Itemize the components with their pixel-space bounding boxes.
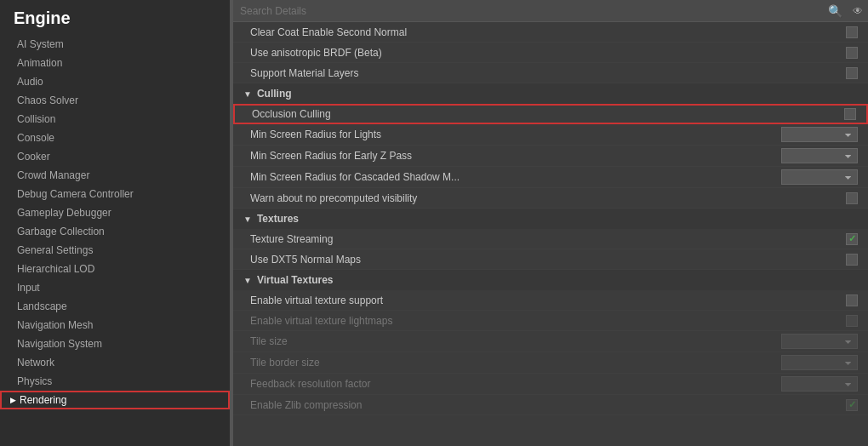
sidebar-item-physics[interactable]: Physics bbox=[0, 372, 230, 391]
setting-row-tile-size: Tile size 128 ⏷ bbox=[233, 331, 868, 352]
sidebar-item-navigation-mesh[interactable]: Navigation Mesh bbox=[0, 316, 230, 334]
tile-size-field[interactable]: 128 ⏷ bbox=[781, 334, 858, 349]
sidebar-item-audio[interactable]: Audio bbox=[0, 72, 230, 91]
min-screen-radius-earlyz-input[interactable]: 0.03 bbox=[782, 149, 842, 163]
texture-streaming-label: Texture Streaming bbox=[250, 233, 846, 245]
min-screen-radius-lights-field[interactable]: 0.03 ⏷ bbox=[781, 127, 858, 142]
setting-row-texture-streaming: Texture Streaming bbox=[233, 229, 868, 249]
culling-expand-icon: ▼ bbox=[243, 89, 252, 99]
main-content: 🔍 👁 Clear Coat Enable Second Normal Use … bbox=[233, 0, 868, 446]
setting-row-dxt5-normal: Use DXT5 Normal Maps bbox=[233, 249, 868, 270]
min-screen-radius-cascaded-input[interactable]: 0.01 bbox=[782, 170, 842, 184]
tile-border-size-label: Tile border size bbox=[250, 357, 781, 369]
setting-row-anisotropic: Use anisotropic BRDF (Beta) bbox=[233, 43, 868, 63]
setting-row-enable-virtual-texture: Enable virtual texture support bbox=[233, 290, 868, 311]
min-screen-radius-earlyz-label: Min Screen Radius for Early Z Pass bbox=[250, 150, 781, 162]
setting-row-enable-zlib: Enable Zlib compression bbox=[233, 395, 868, 415]
enable-virtual-texture-label: Enable virtual texture support bbox=[250, 294, 846, 306]
min-screen-radius-lights-input[interactable]: 0.03 bbox=[782, 128, 842, 141]
anisotropic-checkbox[interactable] bbox=[846, 47, 858, 59]
sidebar-item-hierarchical-lod[interactable]: Hierarchical LOD bbox=[0, 260, 230, 278]
culling-section-header[interactable]: ▼ Culling bbox=[233, 83, 868, 104]
virtual-textures-section-header[interactable]: ▼ Virtual Textures bbox=[233, 270, 868, 290]
virtual-textures-expand-icon: ▼ bbox=[243, 276, 252, 285]
settings-panel: Clear Coat Enable Second Normal Use anis… bbox=[233, 22, 868, 446]
sidebar-item-debug-camera-controller[interactable]: Debug Camera Controller bbox=[0, 185, 230, 203]
virtual-textures-header-label: Virtual Textures bbox=[257, 274, 334, 286]
texture-streaming-checkbox[interactable] bbox=[846, 233, 858, 245]
min-screen-radius-lights-arrow[interactable]: ⏷ bbox=[842, 130, 855, 140]
tile-size-label: Tile size bbox=[250, 335, 781, 347]
setting-row-enable-virtual-lightmaps: Enable virtual texture lightmaps bbox=[233, 311, 868, 331]
enable-zlib-checkbox[interactable] bbox=[846, 399, 858, 411]
warn-precomputed-label: Warn about no precomputed visibility bbox=[250, 192, 846, 204]
setting-row-min-screen-radius-lights: Min Screen Radius for Lights 0.03 ⏷ bbox=[233, 124, 868, 146]
search-input[interactable] bbox=[233, 0, 823, 21]
setting-row-min-screen-radius-cascaded: Min Screen Radius for Cascaded Shadow M.… bbox=[233, 167, 868, 188]
sidebar-item-landscape[interactable]: Landscape bbox=[0, 297, 230, 316]
dxt5-normal-checkbox[interactable] bbox=[846, 254, 858, 266]
feedback-resolution-label: Feedback resolution factor bbox=[250, 378, 781, 390]
sidebar-item-input[interactable]: Input bbox=[0, 278, 230, 297]
sidebar-item-cooker[interactable]: Cooker bbox=[0, 147, 230, 166]
setting-row-tile-border-size: Tile border size 4 ⏷ bbox=[233, 352, 868, 374]
textures-header-label: Textures bbox=[257, 213, 299, 225]
enable-virtual-lightmaps-label: Enable virtual texture lightmaps bbox=[250, 315, 846, 327]
tile-border-size-input[interactable]: 4 bbox=[782, 356, 842, 369]
tile-border-size-field[interactable]: 4 ⏷ bbox=[781, 355, 858, 370]
setting-row-occlusion-culling: Occlusion Culling bbox=[233, 104, 868, 124]
min-screen-radius-cascaded-field[interactable]: 0.01 ⏷ bbox=[781, 169, 858, 185]
sidebar-item-console[interactable]: Console bbox=[0, 129, 230, 147]
sidebar-item-rendering-label: Rendering bbox=[20, 394, 66, 406]
sidebar-item-network[interactable]: Network bbox=[0, 353, 230, 372]
min-screen-radius-lights-label: Min Screen Radius for Lights bbox=[250, 129, 781, 140]
search-icon: 🔍 bbox=[823, 4, 848, 18]
sidebar-item-chaos-solver[interactable]: Chaos Solver bbox=[0, 91, 230, 110]
sidebar-item-collision[interactable]: Collision bbox=[0, 110, 230, 129]
material-layers-checkbox[interactable] bbox=[846, 67, 858, 79]
tile-border-size-arrow[interactable]: ⏷ bbox=[842, 358, 855, 368]
sidebar-item-garbage-collection[interactable]: Garbage Collection bbox=[0, 222, 230, 241]
textures-expand-icon: ▼ bbox=[243, 214, 252, 224]
clear-coat-checkbox[interactable] bbox=[846, 26, 858, 38]
occlusion-culling-checkbox[interactable] bbox=[844, 108, 856, 120]
setting-row-clear-coat: Clear Coat Enable Second Normal bbox=[233, 22, 868, 43]
sidebar-item-rendering[interactable]: ▶ Rendering bbox=[0, 391, 230, 409]
setting-row-material-layers: Support Material Layers bbox=[233, 63, 868, 83]
sidebar-item-ai-system[interactable]: AI System bbox=[0, 35, 230, 54]
anisotropic-label: Use anisotropic BRDF (Beta) bbox=[250, 47, 846, 59]
tile-size-arrow[interactable]: ⏷ bbox=[842, 337, 855, 346]
min-screen-radius-earlyz-field[interactable]: 0.03 ⏷ bbox=[781, 148, 858, 163]
feedback-resolution-arrow[interactable]: ⏷ bbox=[842, 380, 855, 389]
min-screen-radius-cascaded-arrow[interactable]: ⏷ bbox=[842, 173, 855, 182]
occlusion-culling-label: Occlusion Culling bbox=[252, 108, 844, 120]
app-title: Engine bbox=[0, 0, 230, 35]
eye-icon: 👁 bbox=[848, 5, 868, 17]
setting-row-min-screen-radius-earlyz: Min Screen Radius for Early Z Pass 0.03 … bbox=[233, 146, 868, 167]
culling-header-label: Culling bbox=[257, 88, 292, 100]
textures-section-header[interactable]: ▼ Textures bbox=[233, 209, 868, 229]
feedback-resolution-input[interactable]: 16 bbox=[782, 377, 842, 391]
warn-precomputed-checkbox[interactable] bbox=[846, 192, 858, 204]
sidebar-item-gameplay-debugger[interactable]: Gameplay Debugger bbox=[0, 203, 230, 222]
dxt5-normal-label: Use DXT5 Normal Maps bbox=[250, 254, 846, 266]
material-layers-label: Support Material Layers bbox=[250, 67, 846, 79]
sidebar-item-general-settings[interactable]: General Settings bbox=[0, 241, 230, 260]
clear-coat-label: Clear Coat Enable Second Normal bbox=[250, 26, 846, 38]
rendering-expand-icon: ▶ bbox=[10, 396, 16, 404]
min-screen-radius-earlyz-arrow[interactable]: ⏷ bbox=[842, 152, 855, 161]
setting-row-warn-precomputed: Warn about no precomputed visibility bbox=[233, 188, 868, 209]
tile-size-input[interactable]: 128 bbox=[782, 334, 842, 348]
sidebar-item-navigation-system[interactable]: Navigation System bbox=[0, 334, 230, 353]
enable-virtual-lightmaps-checkbox[interactable] bbox=[846, 315, 858, 327]
setting-row-feedback-resolution: Feedback resolution factor 16 ⏷ bbox=[233, 374, 868, 395]
sidebar-item-animation[interactable]: Animation bbox=[0, 54, 230, 72]
feedback-resolution-field[interactable]: 16 ⏷ bbox=[781, 376, 858, 392]
search-bar: 🔍 👁 bbox=[233, 0, 868, 22]
sidebar: Engine AI System Animation Audio Chaos S… bbox=[0, 0, 230, 446]
sidebar-item-crowd-manager[interactable]: Crowd Manager bbox=[0, 166, 230, 185]
min-screen-radius-cascaded-label: Min Screen Radius for Cascaded Shadow M.… bbox=[250, 171, 781, 183]
enable-zlib-label: Enable Zlib compression bbox=[250, 399, 846, 411]
enable-virtual-texture-checkbox[interactable] bbox=[846, 294, 858, 306]
